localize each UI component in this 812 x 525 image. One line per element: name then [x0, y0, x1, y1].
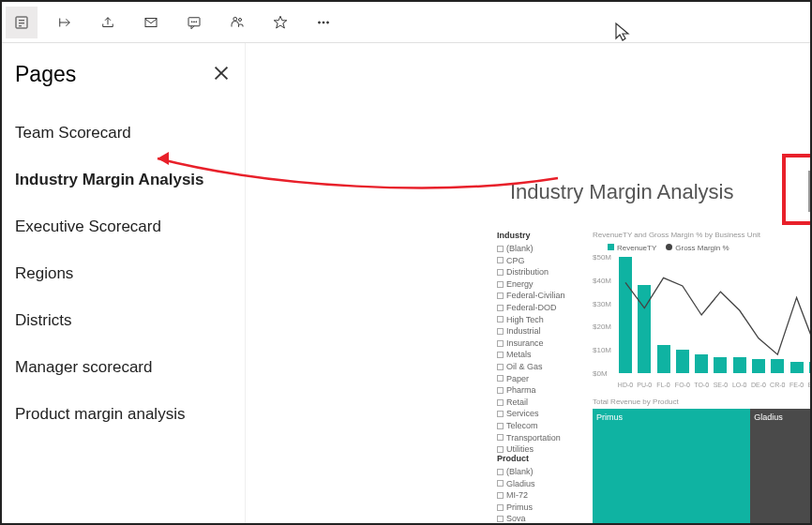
slicer-option[interactable]: Retail	[497, 397, 581, 409]
slicer-option[interactable]: Industrial	[497, 325, 581, 338]
team-scorecard-button[interactable]: Team scorecard	[808, 171, 810, 212]
page-item-4[interactable]: Districts	[15, 297, 232, 344]
page-item-5[interactable]: Manager scorecard	[15, 344, 232, 391]
top-toolbar	[2, 2, 810, 43]
slicer-option[interactable]: Federal-Civilian	[497, 290, 581, 302]
pages-pane: Pages Team ScorecardIndustry Margin Anal…	[2, 43, 246, 523]
slicer-option[interactable]: Federal-DOD	[497, 302, 581, 314]
svg-point-9	[191, 21, 192, 22]
treemap-block[interactable]: Primus	[593, 409, 750, 523]
slicer-option[interactable]: Gladius	[497, 478, 581, 490]
svg-point-10	[194, 21, 195, 22]
slicer-option[interactable]: Metals	[497, 349, 581, 361]
page-item-6[interactable]: Product margin analysis	[15, 391, 232, 438]
svg-point-13	[239, 18, 242, 21]
barline-legend: RevenueTY Gross Margin %	[608, 244, 729, 252]
svg-point-16	[323, 22, 324, 23]
slicer-option[interactable]: Oil & Gas	[497, 361, 581, 373]
report-title: Industry Margin Analysis	[510, 180, 733, 204]
slicer-option[interactable]: (Blank)	[497, 466, 581, 478]
slicer-option[interactable]: (Blank)	[497, 243, 581, 255]
page-item-1[interactable]: Industry Margin Analysis	[15, 157, 232, 203]
close-icon[interactable]	[211, 63, 232, 87]
chart-title-barline: RevenueTY and Gross Margin % by Business…	[593, 231, 760, 239]
slicer-option[interactable]: MI-72	[497, 489, 581, 502]
treemap-chart[interactable]: PrimusGladius(Blank)	[593, 409, 810, 523]
chat-icon[interactable]	[178, 7, 210, 38]
slicer-option[interactable]: Energy	[497, 278, 581, 291]
slicer-option[interactable]: Pharma	[497, 384, 581, 397]
go-icon[interactable]	[49, 7, 81, 38]
slicer-option[interactable]: Sova	[497, 513, 581, 523]
treemap-title: Total Revenue by Product	[593, 398, 679, 406]
slicer-title: Product	[497, 454, 581, 463]
svg-point-17	[327, 22, 329, 23]
barline-chart[interactable]: $50M$40M$30M$20M$10M$0M 80%60%40%20%0%-2…	[593, 257, 810, 388]
svg-rect-7	[145, 18, 157, 26]
page-item-2[interactable]: Executive Scorecard	[15, 203, 232, 250]
mouse-cursor-icon	[614, 22, 631, 42]
svg-marker-14	[274, 16, 287, 28]
share-icon[interactable]	[92, 7, 124, 38]
more-icon[interactable]	[308, 7, 339, 38]
pages-title: Pages	[15, 62, 76, 87]
slicer-option[interactable]: Distribution	[497, 266, 581, 278]
slicer-option[interactable]: Transportation	[497, 432, 581, 444]
treemap-block[interactable]: Gladius	[750, 409, 810, 523]
slicer-option[interactable]: Paper	[497, 373, 581, 385]
slicer-option[interactable]: CPG	[497, 255, 581, 267]
annotation-highlight	[782, 154, 810, 225]
menu-icon[interactable]	[6, 7, 38, 38]
slicer-option[interactable]: Insurance	[497, 338, 581, 350]
mail-icon[interactable]	[135, 7, 167, 38]
report-canvas: Industry Margin Analysis Team scorecard …	[246, 43, 810, 523]
page-item-0[interactable]: Team Scorecard	[15, 110, 232, 157]
industry-slicer[interactable]: Industry (Blank)CPGDistributionEnergyFed…	[497, 231, 581, 456]
svg-point-15	[319, 22, 321, 23]
slicer-option[interactable]: Primus	[497, 502, 581, 514]
page-item-3[interactable]: Regions	[15, 250, 232, 297]
slicer-option[interactable]: Services	[497, 408, 581, 420]
teams-icon[interactable]	[221, 7, 253, 38]
slicer-option[interactable]: High Tech	[497, 314, 581, 326]
svg-point-11	[196, 21, 197, 22]
star-icon[interactable]	[264, 7, 296, 38]
slicer-option[interactable]: Telecom	[497, 420, 581, 432]
slicer-title: Industry	[497, 231, 581, 240]
product-slicer[interactable]: Product (Blank)GladiusMI-72PrimusSova	[497, 454, 581, 523]
svg-point-12	[233, 17, 237, 21]
